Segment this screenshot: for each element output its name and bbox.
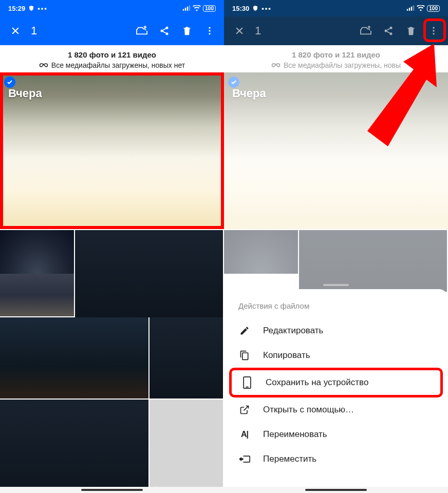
status-bar: 15:30 ••• 100 — [224, 0, 448, 16]
rename-icon: A| — [238, 428, 251, 441]
action-label: Копировать — [263, 350, 310, 361]
status-dots: ••• — [38, 5, 48, 12]
photo-thumb[interactable] — [0, 317, 148, 399]
more-button[interactable] — [423, 21, 444, 41]
media-count: 1 820 фото и 121 видео — [224, 50, 448, 59]
photo-thumb[interactable] — [0, 400, 148, 493]
status-time: 15:30 — [232, 5, 249, 12]
selected-check-icon — [228, 77, 239, 88]
svg-point-5 — [161, 30, 163, 32]
infinity-icon — [39, 63, 48, 68]
selection-count: 1 — [31, 24, 132, 37]
add-photo-button[interactable] — [132, 21, 152, 41]
video-thumb[interactable]: --:-- — [150, 400, 223, 493]
svg-point-16 — [385, 30, 387, 32]
info-bar: 1 820 фото и 121 видео Все медиафайлы за… — [224, 45, 448, 72]
sync-status: Все медиафайлы загружены, новых нет — [51, 61, 185, 69]
add-photo-button[interactable] — [356, 21, 376, 41]
svg-rect-2 — [187, 7, 188, 11]
action-label: Открыть с помощью… — [263, 405, 354, 415]
battery-icon: 100 — [203, 5, 216, 12]
more-button[interactable] — [199, 21, 220, 41]
copy-icon — [238, 349, 251, 362]
screen-left: 15:29 ••• 100 1 — [0, 0, 224, 493]
phone-icon — [241, 376, 253, 389]
selection-count: 1 — [255, 24, 356, 37]
open-external-icon — [238, 404, 251, 416]
selection-toolbar: 1 — [224, 16, 448, 45]
infinity-icon — [271, 63, 281, 68]
svg-point-20 — [433, 33, 434, 34]
signal-icon — [182, 5, 191, 11]
photo-thumb[interactable] — [0, 230, 74, 274]
status-dots: ••• — [262, 5, 272, 12]
action-copy[interactable]: Копировать — [224, 343, 448, 368]
photo-main-selected[interactable]: Вчера — [0, 72, 224, 229]
action-edit[interactable]: Редактировать — [224, 318, 448, 343]
action-move[interactable]: Переместить — [224, 447, 448, 471]
wifi-icon — [193, 5, 201, 11]
photo-gallery[interactable]: Вчера --:-- — [0, 72, 224, 493]
delete-button[interactable] — [177, 21, 197, 41]
svg-point-9 — [209, 33, 210, 34]
action-label: Сохранить на устройство — [266, 377, 368, 388]
actions-sheet: Действия с файлом Редактировать Копирова… — [224, 289, 448, 493]
shield-icon — [28, 5, 34, 11]
close-button[interactable] — [228, 22, 251, 40]
share-button[interactable] — [378, 21, 399, 41]
photo-thumb — [299, 230, 447, 292]
nav-handle — [81, 489, 143, 491]
svg-rect-1 — [185, 8, 186, 11]
svg-rect-3 — [189, 5, 190, 10]
sheet-drag-handle[interactable] — [323, 284, 349, 286]
svg-rect-0 — [183, 9, 184, 11]
delete-button[interactable] — [401, 21, 421, 41]
action-label: Переместить — [263, 454, 316, 464]
svg-point-18 — [433, 27, 434, 29]
status-bar: 15:29 ••• 100 — [0, 0, 224, 16]
close-button[interactable] — [4, 22, 27, 40]
date-section-label: Вчера — [8, 87, 42, 100]
sheet-title: Действия с файлом — [224, 301, 448, 318]
status-time: 15:29 — [8, 5, 25, 12]
sync-status: Все медиафайлы загружены, новы — [284, 61, 401, 69]
svg-point-7 — [209, 27, 210, 29]
action-label: Редактировать — [263, 326, 323, 336]
selected-check-icon[interactable] — [4, 77, 15, 88]
photo-thumb[interactable] — [0, 274, 74, 316]
wifi-icon — [417, 5, 425, 11]
svg-point-17 — [390, 32, 393, 35]
photo-main-selected: Вчера — [224, 72, 448, 229]
svg-point-6 — [166, 32, 169, 35]
move-icon — [238, 453, 251, 465]
svg-point-15 — [390, 27, 393, 29]
photo-thumb[interactable] — [150, 317, 223, 399]
action-label: Переименовать — [263, 429, 327, 440]
photo-thumb[interactable] — [75, 230, 223, 317]
photo-thumb — [224, 230, 298, 274]
photo-gallery: Вчера — [224, 72, 448, 292]
svg-point-8 — [209, 30, 210, 31]
nav-bar[interactable] — [0, 487, 224, 493]
share-button[interactable] — [154, 21, 175, 41]
action-open-with[interactable]: Открыть с помощью… — [224, 397, 448, 422]
action-save-to-device[interactable]: Сохранить на устройство — [229, 368, 443, 397]
shield-icon — [252, 5, 258, 11]
pencil-icon — [238, 325, 251, 337]
action-rename[interactable]: A| Переименовать — [224, 422, 448, 447]
media-count: 1 820 фото и 121 видео — [0, 50, 224, 59]
signal-icon — [406, 5, 415, 11]
date-section-label: Вчера — [232, 87, 266, 100]
svg-point-4 — [166, 27, 169, 29]
selection-toolbar: 1 — [0, 16, 224, 45]
info-bar: 1 820 фото и 121 видео Все медиафайлы за… — [0, 45, 224, 72]
nav-bar[interactable] — [224, 487, 448, 493]
svg-rect-14 — [413, 5, 414, 10]
svg-rect-11 — [407, 9, 408, 11]
nav-handle — [305, 489, 367, 491]
svg-rect-13 — [411, 7, 412, 11]
svg-point-19 — [433, 30, 434, 31]
screen-right: 15:30 ••• 100 1 — [224, 0, 448, 493]
battery-icon: 100 — [427, 5, 440, 12]
svg-rect-12 — [409, 8, 410, 11]
